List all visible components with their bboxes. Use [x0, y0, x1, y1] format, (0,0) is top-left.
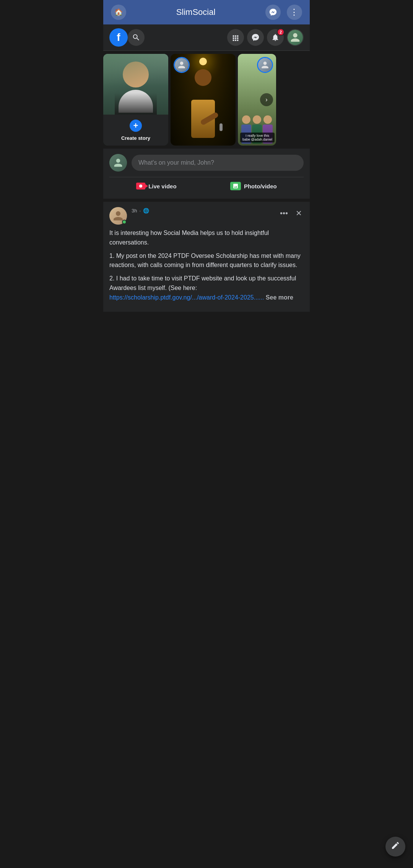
story-card-2[interactable]	[171, 54, 236, 146]
post-time-info: 3h · 🌐	[132, 208, 274, 214]
story3-overlay-text: I really love this babe @adah.daniel	[240, 133, 275, 143]
create-story-bottom: + Create story	[103, 115, 168, 146]
what-on-your-mind-input[interactable]: What's on your mind, John?	[132, 155, 304, 171]
post-paragraph-2: 1. My post on the 2024 PTDF Oversee Scho…	[109, 251, 304, 270]
messenger-icon	[269, 8, 277, 16]
live-video-button[interactable]: Live video	[130, 179, 182, 193]
post-text-3: 2. I had to take time to visit PTDF webs…	[109, 275, 296, 291]
create-story-card[interactable]: + Create story	[103, 54, 168, 146]
facebook-logo-button[interactable]: f	[109, 28, 128, 47]
author-online-indicator	[122, 220, 127, 224]
photo-video-button[interactable]: Photo/video	[224, 179, 283, 193]
live-video-icon	[136, 183, 145, 189]
notification-count-badge: 2	[277, 28, 285, 36]
live-rec-icon	[136, 183, 145, 189]
story3-avatar-ring	[257, 57, 273, 73]
post-dismiss-button[interactable]: ✕	[294, 207, 304, 219]
profile-avatar-button[interactable]	[287, 29, 304, 46]
globe-icon: 🌐	[143, 208, 149, 214]
messenger-button[interactable]	[265, 5, 281, 20]
post-header-actions: ••• ✕	[278, 207, 304, 219]
grid-icon	[231, 33, 240, 42]
messenger-toolbar-icon	[251, 33, 260, 42]
spotlight-effect	[199, 58, 207, 65]
post-link[interactable]: https://scholarship.ptdf.gov.ng/.../awar…	[109, 294, 264, 301]
home-button[interactable]: 🏠	[111, 5, 126, 20]
app-title: SlimSocial	[176, 7, 216, 17]
search-icon	[132, 33, 140, 42]
photo-video-label: Photo/video	[244, 183, 277, 189]
create-story-label: Create story	[121, 135, 150, 141]
post-paragraph-3: 2. I had to take time to visit PTDF webs…	[109, 274, 304, 302]
person3-head	[263, 115, 272, 124]
singer-figure	[184, 69, 222, 138]
app-bar-right-icons: ⋮	[265, 5, 302, 20]
post-metadata: 3h · 🌐	[132, 207, 274, 214]
grid-menu-button[interactable]	[227, 29, 244, 46]
composer-user-avatar	[109, 154, 127, 172]
stories-next-button[interactable]: ›	[260, 93, 273, 106]
post-composer: What's on your mind, John? Live video Ph…	[103, 149, 310, 202]
profile-avatar-image	[288, 30, 303, 45]
story3-avatar-image	[258, 58, 272, 72]
plus-icon: +	[133, 121, 138, 131]
singer-arm	[200, 112, 219, 126]
fb-f-letter: f	[117, 31, 120, 44]
post-timestamp: 3h	[132, 208, 137, 214]
stories-section: + Create story	[103, 51, 310, 149]
story2-avatar-ring	[174, 57, 190, 73]
story2-user-icon	[177, 61, 186, 69]
person1-head	[242, 115, 250, 124]
more-icon: ⋮	[290, 7, 299, 17]
avatar-person-icon	[290, 32, 301, 43]
story3-user-icon	[261, 61, 269, 69]
live-circle	[139, 185, 142, 188]
create-story-background: + Create story	[103, 54, 168, 146]
chevron-right-icon: ›	[265, 96, 267, 103]
microphone	[220, 123, 223, 131]
app-bar: 🏠 SlimSocial ⋮	[103, 0, 310, 24]
post-more-options-button[interactable]: •••	[278, 207, 289, 219]
post-card: 3h · 🌐 ••• ✕ It is interesting how Socia…	[103, 202, 310, 312]
story2-avatar-image	[175, 58, 189, 72]
story3-background: › I really love	[238, 54, 276, 146]
story-card-3[interactable]: › I really love	[238, 54, 276, 146]
post-author-avatar[interactable]	[109, 207, 127, 225]
post-header: 3h · 🌐 ••• ✕	[103, 202, 310, 228]
see-more-text: See more	[266, 294, 293, 301]
person2-head	[253, 115, 261, 124]
notifications-button[interactable]: 2	[267, 29, 284, 46]
composer-top: What's on your mind, John?	[109, 154, 304, 172]
composer-avatar-icon	[113, 158, 123, 168]
singer-head	[195, 69, 211, 86]
search-button[interactable]	[128, 29, 145, 46]
more-menu-button[interactable]: ⋮	[287, 5, 302, 20]
facebook-toolbar: f 2	[103, 24, 310, 51]
create-story-plus-button[interactable]: +	[128, 118, 143, 133]
live-video-label: Live video	[148, 183, 176, 189]
story2-background	[171, 54, 236, 146]
composer-actions: Live video Photo/video	[109, 177, 304, 193]
post-content: It is interesting how Social Media helps…	[103, 228, 310, 312]
post-paragraph-1: It is interesting how Social Media helps…	[109, 228, 304, 248]
messenger-toolbar-button[interactable]	[247, 29, 264, 46]
photo-icon	[233, 183, 239, 189]
create-story-face-area	[103, 54, 168, 119]
photo-video-icon	[230, 182, 241, 190]
dot-separator: ·	[139, 208, 141, 214]
see-more-button[interactable]: See more	[266, 294, 293, 301]
singer-torso	[191, 100, 215, 138]
post-author-icon	[112, 210, 124, 222]
home-icon: 🏠	[114, 8, 123, 16]
